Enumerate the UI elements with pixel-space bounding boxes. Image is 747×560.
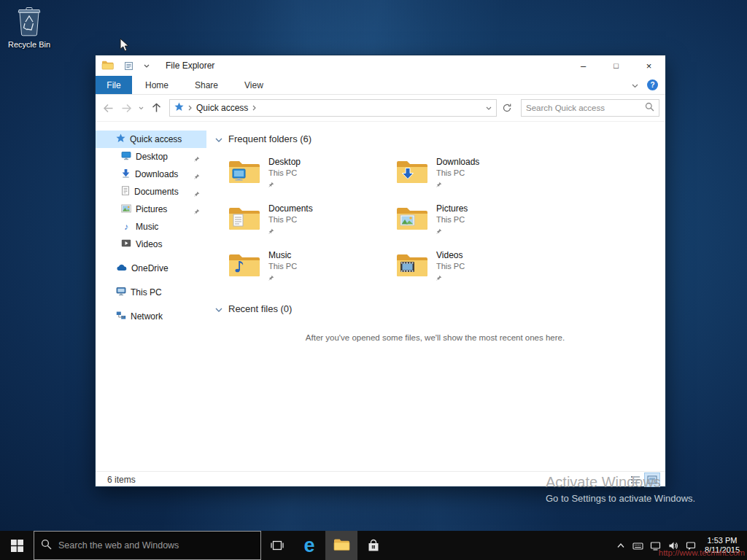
back-button[interactable] [100, 100, 116, 116]
frequent-folders-grid: Desktop This PC [225, 155, 665, 295]
folder-tile-pictures[interactable]: Pictures This PC [393, 201, 561, 248]
folder-location: This PC [268, 215, 313, 224]
pictures-folder-icon [395, 203, 429, 233]
tab-share[interactable]: Share [182, 76, 231, 94]
desktop-folder-icon [228, 157, 261, 187]
sidebar-item-quick-access[interactable]: Quick access [96, 131, 206, 148]
search-icon [645, 102, 654, 114]
expand-ribbon-icon[interactable] [632, 80, 638, 90]
folder-location: This PC [436, 215, 468, 224]
up-button[interactable] [148, 100, 164, 116]
close-icon: × [646, 61, 652, 71]
pin-icon [436, 179, 442, 190]
this-pc-icon [116, 287, 126, 298]
explorer-search-input[interactable] [526, 104, 645, 112]
tab-view[interactable]: View [231, 76, 276, 94]
recent-files-title: Recent files (0) [228, 303, 292, 314]
recent-locations-dropdown-icon[interactable] [136, 106, 146, 110]
close-button[interactable]: × [632, 55, 665, 76]
quick-access-star-icon [116, 133, 125, 145]
taskbar-search-box[interactable] [34, 531, 261, 560]
touch-keyboard-icon[interactable] [630, 531, 647, 560]
recycle-bin-label: Recycle Bin [6, 40, 53, 49]
videos-folder-icon [395, 250, 429, 280]
pin-icon [194, 189, 200, 199]
sidebar-label: Documents [134, 187, 179, 197]
address-bar[interactable]: Quick access [169, 99, 497, 117]
sidebar-item-this-pc[interactable]: This PC [96, 284, 206, 301]
recycle-bin-glyph [16, 26, 42, 39]
network-icon [116, 311, 126, 322]
frequent-folders-header[interactable]: Frequent folders (6) [215, 133, 665, 144]
clock-time: 1:53 PM [705, 536, 740, 545]
folder-tile-music[interactable]: Music This PC [225, 248, 393, 295]
explorer-search-box[interactable] [521, 99, 659, 117]
sidebar-item-downloads[interactable]: Downloads [96, 166, 206, 183]
taskbar: e 1:53 PM [0, 531, 747, 560]
sidebar-label: Music [136, 222, 158, 232]
file-explorer-icon [333, 537, 350, 554]
frequent-folders-title: Frequent folders (6) [228, 133, 311, 144]
recent-files-header[interactable]: Recent files (0) [215, 303, 665, 314]
refresh-button[interactable] [499, 100, 515, 116]
mouse-cursor [120, 38, 129, 55]
forward-button[interactable] [118, 100, 134, 116]
file-explorer-taskbar-button[interactable] [325, 531, 357, 560]
task-view-button[interactable] [261, 531, 293, 560]
sidebar-label: OneDrive [131, 263, 169, 273]
folder-tile-videos[interactable]: Videos This PC [393, 248, 561, 295]
sidebar-item-network[interactable]: Network [96, 308, 206, 325]
title-bar[interactable]: File Explorer – □ × [96, 55, 665, 76]
sidebar-item-documents[interactable]: Documents [96, 183, 206, 201]
folder-name: Videos [436, 250, 465, 260]
desktop-icon [121, 151, 131, 163]
folder-name: Music [268, 250, 297, 260]
menu-file-button[interactable]: File [96, 76, 132, 94]
taskbar-search-input[interactable] [58, 540, 254, 551]
sidebar-item-pictures[interactable]: Pictures [96, 201, 206, 218]
tab-home[interactable]: Home [132, 76, 182, 94]
file-explorer-window: File Explorer – □ × File Home Share View… [95, 55, 666, 487]
activate-windows-watermark: Activate Windows [546, 474, 661, 491]
pin-icon [436, 273, 442, 283]
folder-tile-documents[interactable]: Documents This PC [225, 201, 393, 248]
sidebar-label: Desktop [136, 152, 168, 162]
recycle-bin-icon[interactable]: Recycle Bin [6, 6, 53, 49]
breadcrumb-chevron-icon [188, 103, 192, 113]
folder-location: This PC [268, 262, 297, 271]
show-hidden-icons-button[interactable] [612, 531, 630, 560]
search-icon [41, 539, 52, 553]
sidebar-label: Network [131, 311, 163, 322]
qat-customize-dropdown-icon[interactable] [144, 64, 150, 68]
pin-icon [194, 206, 200, 217]
breadcrumb-chevron-icon [252, 103, 256, 113]
videos-icon [121, 239, 131, 249]
folder-tile-downloads[interactable]: Downloads This PC [393, 155, 561, 201]
sidebar-item-videos[interactable]: Videos [96, 236, 206, 253]
folder-name: Pictures [436, 203, 468, 214]
sidebar-label: Pictures [136, 204, 167, 214]
minimize-button[interactable]: – [567, 55, 600, 76]
pin-icon [194, 154, 200, 164]
sidebar-label: Videos [136, 239, 162, 249]
minimize-icon: – [581, 61, 586, 71]
sidebar-item-onedrive[interactable]: OneDrive [96, 260, 206, 277]
folder-location: This PC [436, 168, 479, 177]
music-folder-icon [228, 250, 261, 280]
sidebar-item-music[interactable]: ♪ Music [96, 218, 206, 236]
folder-tile-desktop[interactable]: Desktop This PC [225, 155, 393, 201]
store-button[interactable] [357, 531, 390, 560]
collapse-chevron-icon [215, 133, 222, 144]
onedrive-icon [116, 263, 127, 273]
edge-browser-button[interactable]: e [293, 531, 325, 560]
sidebar-item-desktop[interactable]: Desktop [96, 148, 206, 166]
breadcrumb-quick-access[interactable]: Quick access [196, 103, 248, 113]
maximize-button[interactable]: □ [600, 55, 632, 76]
help-icon[interactable]: ? [647, 79, 658, 90]
help-glyph: ? [650, 81, 654, 89]
navigation-pane: Quick access Desktop Downloads [96, 122, 206, 471]
content-pane: Frequent folders (6) [206, 122, 665, 471]
address-dropdown-icon[interactable] [486, 106, 492, 110]
start-button[interactable] [0, 531, 34, 560]
qat-properties-icon[interactable] [124, 61, 133, 71]
